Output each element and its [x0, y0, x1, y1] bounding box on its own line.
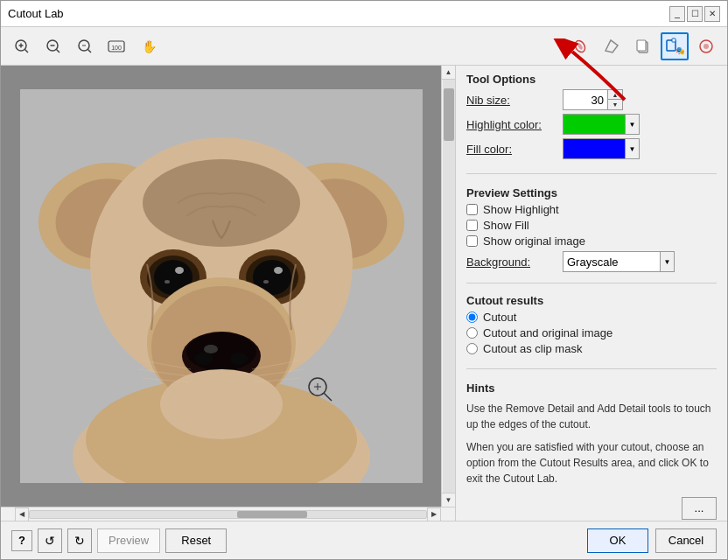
right-panel: Tool Options Nib size: ▲ ▼ Highlight col… [456, 66, 727, 521]
show-highlight-checkbox[interactable] [466, 204, 478, 215]
background-select[interactable]: Grayscale White Black Transparent [564, 252, 660, 271]
svg-line-8 [88, 49, 92, 52]
help-button[interactable]: ? [11, 530, 32, 551]
preview-settings-title: Preview Settings [466, 186, 717, 200]
cutout-original-label[interactable]: Cutout and original image [483, 326, 612, 340]
scroll-down-button[interactable]: ▼ [442, 493, 456, 507]
bottom-left: ? ↺ ↻ Preview Reset [11, 528, 227, 553]
nib-size-row: Nib size: ▲ ▼ [466, 89, 717, 110]
svg-point-31 [143, 159, 300, 247]
copy-tool-button[interactable] [629, 32, 657, 60]
svg-point-40 [274, 267, 283, 274]
reset-button[interactable]: Reset [165, 528, 227, 553]
close-button[interactable]: ✕ [704, 6, 720, 22]
fill-color-box[interactable] [564, 139, 625, 158]
zoom-out-button[interactable] [39, 32, 67, 60]
svg-point-46 [204, 345, 218, 354]
svg-marker-15 [606, 40, 618, 52]
nib-size-up[interactable]: ▲ [608, 90, 622, 100]
ok-button[interactable]: OK [587, 528, 648, 553]
highlight-color-label: Highlight color: [466, 118, 563, 131]
canvas-inner [1, 66, 441, 507]
background-row: Background: Grayscale White Black Transp… [466, 251, 717, 272]
svg-line-6 [57, 49, 60, 52]
divider-1 [466, 173, 717, 174]
vscroll-track [443, 80, 455, 493]
cutout-clip-label[interactable]: Cutout as clip mask [483, 342, 582, 355]
svg-rect-17 [637, 40, 646, 51]
canvas-scroll[interactable] [1, 66, 441, 507]
fill-color-dropdown[interactable]: ▼ [625, 139, 639, 158]
show-highlight-row: Show Highlight [466, 203, 717, 216]
show-fill-label[interactable]: Show Fill [483, 219, 529, 232]
nib-size-down[interactable]: ▼ [608, 100, 622, 109]
show-original-checkbox[interactable] [466, 235, 478, 247]
hint-1: Use the Remove Detail and Add Detail too… [466, 401, 717, 432]
vscroll-thumb[interactable] [444, 88, 454, 141]
bottom-bar: ? ↺ ↻ Preview Reset OK Cancel [1, 521, 727, 559]
fill-color-row: Fill color: ▼ [466, 138, 717, 159]
more-button[interactable]: ... [682, 497, 717, 520]
divider-3 [466, 368, 717, 369]
nib-size-spinbox[interactable]: ▲ ▼ [563, 89, 623, 110]
highlight-color-dropdown[interactable]: ▼ [625, 115, 639, 134]
hints-section: Hints Use the Remove Detail and Add Deta… [466, 380, 717, 520]
minimize-button[interactable]: ⎯ [669, 6, 685, 22]
undo-button[interactable]: ↺ [38, 528, 62, 553]
main-content: ▲ ▼ ◀ ▶ Tool Options [1, 66, 727, 521]
cutout-radio[interactable] [466, 312, 478, 323]
title-bar-controls: ⎯ ☐ ✕ [669, 6, 720, 22]
hscroll-thumb[interactable] [237, 511, 307, 518]
highlight-color-box[interactable] [564, 115, 625, 134]
canvas-wrapper: ▲ ▼ [1, 66, 455, 507]
scroll-right-button[interactable]: ▶ [427, 508, 441, 522]
highlight-color-swatch[interactable]: ▼ [563, 114, 640, 135]
zoom-100-button[interactable]: 100 [102, 32, 130, 60]
zoom-fit-button[interactable] [71, 32, 99, 60]
cutout-label[interactable]: Cutout [483, 311, 516, 324]
bg-select-arrow-icon[interactable]: ▼ [660, 252, 674, 271]
paint-icon [572, 38, 588, 54]
main-window: Cutout Lab ⎯ ☐ ✕ [0, 0, 728, 560]
svg-point-14 [577, 42, 583, 50]
hscroll-track [29, 510, 427, 519]
cutout-clip-radio[interactable] [466, 343, 478, 354]
show-original-label[interactable]: Show original image [483, 234, 585, 248]
dog-image[interactable] [20, 89, 423, 483]
nib-size-label: Nib size: [466, 94, 563, 107]
svg-text:✋: ✋ [142, 39, 156, 54]
background-select-wrap[interactable]: Grayscale White Black Transparent ▼ [563, 251, 675, 272]
zoom-fit-icon [77, 38, 93, 54]
scroll-up-button[interactable]: ▲ [442, 66, 456, 80]
divider-2 [466, 283, 717, 284]
preview-button[interactable]: Preview [97, 528, 160, 553]
show-highlight-label[interactable]: Show Highlight [483, 203, 559, 216]
eraser-icon [604, 38, 620, 54]
hints-title: Hints [466, 380, 717, 397]
svg-point-41 [263, 280, 269, 284]
zoom-in-button[interactable] [8, 32, 36, 60]
cutout-tool-button[interactable]: 🎭 [661, 32, 689, 60]
mask-tool-button[interactable] [692, 32, 720, 60]
show-fill-row: Show Fill [466, 219, 717, 232]
title-bar-left: Cutout Lab [8, 7, 64, 20]
redo-button[interactable]: ↻ [67, 528, 92, 553]
paint-tool-button[interactable] [566, 32, 594, 60]
show-fill-checkbox[interactable] [466, 220, 478, 231]
window-title: Cutout Lab [8, 7, 64, 20]
cutout-results-title: Cutout results [466, 294, 717, 307]
cutout-original-radio[interactable] [466, 327, 478, 339]
toolbar: 100 ✋ [1, 27, 727, 66]
spinbox-arrows: ▲ ▼ [607, 90, 622, 109]
eraser-tool-button[interactable] [598, 32, 626, 60]
fill-color-swatch[interactable]: ▼ [563, 138, 640, 159]
scroll-left-button[interactable]: ◀ [15, 508, 29, 522]
cancel-button[interactable]: Cancel [655, 528, 717, 553]
nib-size-input[interactable] [564, 90, 607, 109]
vertical-scrollbar[interactable]: ▲ ▼ [441, 66, 455, 507]
bottom-right: OK Cancel [587, 528, 717, 553]
maximize-button[interactable]: ☐ [687, 6, 703, 22]
tool-options-section: Tool Options Nib size: ▲ ▼ Highlight col… [466, 73, 717, 163]
svg-point-35 [175, 267, 184, 274]
pan-tool-button[interactable]: ✋ [134, 32, 162, 60]
